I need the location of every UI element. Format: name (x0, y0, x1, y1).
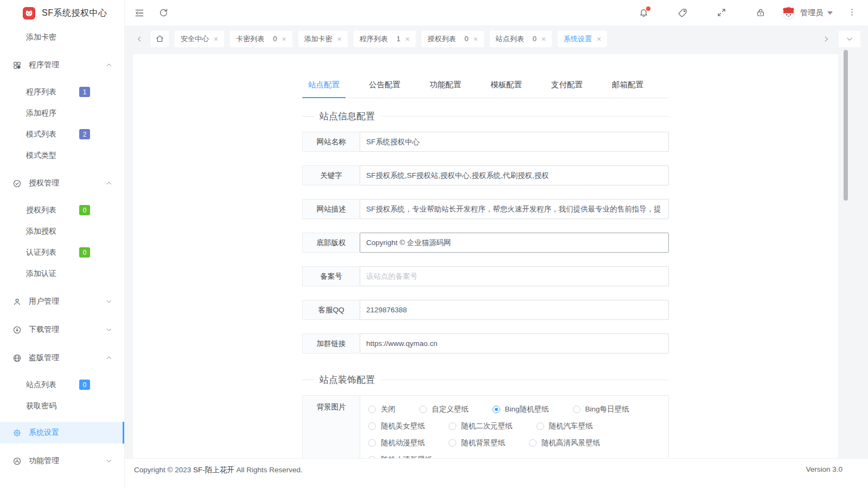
header-actions: 管理员 (639, 5, 858, 20)
sidebar-item-system-settings[interactable]: 系统设置 (0, 422, 124, 444)
fullscreen-icon[interactable] (717, 8, 727, 18)
count-badge: 0 (79, 380, 90, 390)
user-menu[interactable]: 管理员 (781, 5, 833, 20)
tab-site-config[interactable]: 站点配置 (302, 80, 346, 98)
radio-custom-wallpaper[interactable]: 自定义壁纸 (419, 404, 469, 414)
tab-card-list[interactable]: 卡密列表 0 (230, 31, 292, 47)
tab-security-center[interactable]: 安全中心 (175, 31, 224, 47)
sidebar-group-authorization[interactable]: 授权管理 (0, 172, 124, 194)
radio-random-cartoon-wallpaper[interactable]: 随机动漫壁纸 (368, 438, 425, 448)
sidebar-item-site-list[interactable]: 站点列表 0 (0, 374, 124, 395)
radio-random-beauty-wallpaper[interactable]: 随机美女壁纸 (368, 421, 425, 431)
sidebar-group-users[interactable]: 用户管理 (0, 291, 124, 312)
radio-bing-daily-wallpaper[interactable]: Bing每日壁纸 (573, 404, 629, 414)
chevron-left-icon[interactable] (136, 35, 143, 43)
tab-feature-config[interactable]: 功能配置 (424, 80, 467, 98)
group-link-input[interactable] (360, 333, 669, 354)
chevron-down-icon (106, 458, 112, 464)
radio-icon (368, 439, 376, 447)
service-qq-input[interactable] (360, 300, 669, 320)
radio-icon (368, 406, 376, 413)
copyright-brand: SF-陌上花开 (193, 466, 234, 474)
field-label: 背景图片 (303, 396, 360, 465)
sidebar-item-add-cert[interactable]: 添加认证 (0, 263, 124, 284)
fold-icon[interactable] (134, 8, 145, 18)
sidebar-item-label: 模式类型 (26, 151, 56, 160)
lock-icon[interactable] (756, 8, 767, 18)
keywords-input[interactable] (360, 165, 669, 185)
close-icon[interactable] (282, 35, 286, 43)
footer-copyright-input[interactable] (360, 233, 669, 253)
form-row: 网站描述 (302, 199, 669, 219)
sidebar-item-label: 添加卡密 (26, 33, 56, 42)
close-icon[interactable] (473, 35, 477, 43)
chevron-up-icon (106, 355, 112, 361)
radio-off[interactable]: 关闭 (368, 404, 395, 414)
tab-system-settings[interactable]: 系统设置 (558, 31, 607, 47)
site-description-input[interactable] (360, 199, 669, 219)
radio-random-car-wallpaper[interactable]: 随机汽车壁纸 (537, 421, 593, 431)
sidebar-item-label: 系统设置 (29, 428, 112, 438)
main-content: 站点配置 公告配置 功能配置 模板配置 支付配置 邮箱配置 站点信息配置 网站名… (125, 52, 868, 488)
sidebar: SF系统授权中心 添加卡密 程序管理 程序列表 1 添加程序 模式列表 2 模式… (0, 0, 125, 488)
radio-row: 关闭 自定义壁纸 Bing随机壁纸 Bing每日壁纸 (368, 401, 668, 418)
chevron-right-icon[interactable] (822, 35, 830, 43)
close-icon[interactable] (337, 35, 342, 43)
close-icon[interactable] (541, 35, 546, 43)
sidebar-item-label: 添加认证 (26, 269, 56, 279)
sidebar-group-features[interactable]: 功能管理 (0, 450, 124, 472)
form-row: 底部版权 (302, 233, 669, 253)
tab-payment-config[interactable]: 支付配置 (545, 80, 589, 98)
sidebar-group-piracy[interactable]: 盗版管理 (0, 347, 124, 369)
tab-announcement-config[interactable]: 公告配置 (363, 80, 406, 98)
radio-icon (368, 422, 376, 430)
sidebar-item-add-auth[interactable]: 添加授权 (0, 221, 124, 242)
radio-random-background-wallpaper[interactable]: 随机背景壁纸 (449, 438, 505, 448)
sidebar-group-label: 下载管理 (29, 325, 106, 335)
divider (381, 380, 669, 380)
radio-random-hd-scenery-wallpaper[interactable]: 随机高清风景壁纸 (529, 438, 600, 448)
more-vertical-icon[interactable] (847, 8, 858, 18)
tab-site-list[interactable]: 站点列表 0 (490, 31, 552, 47)
section-site-info: 站点信息配置 (302, 110, 669, 123)
close-icon[interactable] (597, 35, 601, 43)
sidebar-item-get-password[interactable]: 获取密码 (0, 395, 124, 416)
bell-icon[interactable] (639, 8, 649, 18)
form-row: 网站名称 (302, 132, 669, 152)
radio-icon (449, 422, 456, 430)
tab-actions-dropdown[interactable] (839, 31, 860, 47)
radio-random-anime2d-wallpaper[interactable]: 随机二次元壁纸 (449, 421, 513, 431)
tab-mail-config[interactable]: 邮箱配置 (606, 80, 649, 98)
close-icon[interactable] (405, 35, 410, 43)
tab-program-list[interactable]: 程序列表 1 (354, 31, 416, 47)
icp-number-input[interactable] (360, 266, 669, 286)
tab-label: 安全中心 (181, 34, 209, 44)
tab-auth-list[interactable]: 授权列表 0 (422, 31, 483, 47)
sidebar-group-downloads[interactable]: 下载管理 (0, 319, 124, 341)
radio-bing-random-wallpaper[interactable]: Bing随机壁纸 (493, 404, 549, 414)
settings-tabs: 站点配置 公告配置 功能配置 模板配置 支付配置 邮箱配置 (302, 80, 669, 98)
sidebar-item-mode-type[interactable]: 模式类型 (0, 145, 124, 166)
tag-icon[interactable] (678, 8, 688, 18)
radio-label: 随机美女壁纸 (381, 421, 425, 431)
home-tab[interactable] (151, 31, 169, 47)
check-circle-icon (12, 179, 22, 188)
site-name-input[interactable] (360, 132, 669, 152)
vertical-scrollbar[interactable] (844, 50, 848, 201)
section-title: 站点装饰配置 (320, 374, 375, 386)
sidebar-item-add-program[interactable]: 添加程序 (0, 102, 124, 124)
sidebar-item-label: 获取密码 (26, 401, 56, 411)
tab-add-card[interactable]: 添加卡密 (298, 31, 348, 47)
sidebar-group-program[interactable]: 程序管理 (0, 54, 124, 76)
sidebar-item-mode-list[interactable]: 模式列表 2 (0, 124, 124, 145)
sidebar-item-add-card[interactable]: 添加卡密 (0, 27, 124, 48)
sidebar-item-cert-list[interactable]: 认证列表 0 (0, 242, 124, 263)
tab-label: 卡密列表 (236, 34, 264, 44)
tab-template-config[interactable]: 模板配置 (484, 80, 528, 98)
sidebar-item-auth-list[interactable]: 授权列表 0 (0, 200, 124, 221)
sidebar-item-program-list[interactable]: 程序列表 1 (0, 81, 124, 102)
refresh-icon[interactable] (158, 8, 169, 18)
chevron-up-icon (106, 62, 112, 68)
close-icon[interactable] (214, 35, 218, 43)
radio-label: Bing每日壁纸 (585, 404, 629, 414)
